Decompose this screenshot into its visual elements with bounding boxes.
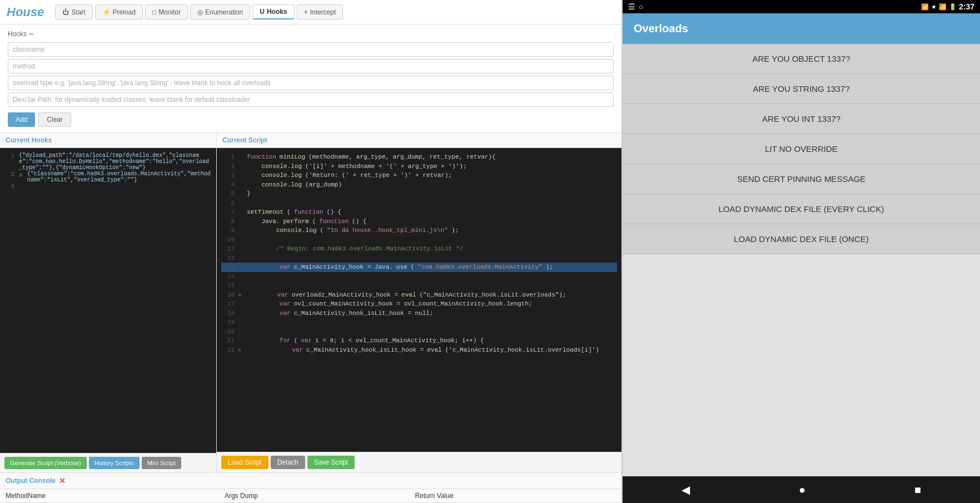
phone-status-bar: ☰ ○ 📶 ★ 📶 🔋 2:37 <box>623 0 980 13</box>
output-console-title: Output Console ✕ <box>0 473 621 489</box>
wifi-icon: 📶 <box>939 3 947 11</box>
tab-monitor[interactable]: □ Monitor <box>145 4 188 19</box>
tab-start[interactable]: ⏻ Start <box>55 4 92 19</box>
main-content: Current Hooks 1 {"dyload_path":"/data/lo… <box>0 133 621 472</box>
start-icon: ⏻ <box>62 8 69 16</box>
overload-item-2[interactable]: ARE YOU INT 1337? <box>623 104 980 134</box>
phone-header: Overloads <box>623 13 980 44</box>
preload-icon: ⚡ <box>102 8 111 16</box>
overload-item-1[interactable]: ARE YOU STRING 1337? <box>623 74 980 104</box>
add-button[interactable]: Add <box>8 112 35 127</box>
dexjar-input[interactable] <box>8 92 614 107</box>
script-line-10: 10 <box>221 235 617 245</box>
tab-intercept[interactable]: + Intercept <box>297 4 344 19</box>
current-script-title: Current Script <box>217 133 621 148</box>
hooks-section: Hooks ✏ Add Clear <box>0 24 621 133</box>
script-line-18: 18 var c_MainActivity_hook_isLit_hook = … <box>221 309 617 318</box>
overload-input[interactable] <box>8 76 614 90</box>
phone-panel: ☰ ○ 📶 ★ 📶 🔋 2:37 Overloads ARE YOU OBJEC… <box>623 0 980 503</box>
clear-button[interactable]: Clear <box>38 112 71 127</box>
hooks-action-buttons: Generate Script (Verbose) History Script… <box>0 453 216 472</box>
script-action-buttons: Load Script Detach Save Script <box>217 452 621 472</box>
col-return-value: Return Value <box>409 489 621 503</box>
close-console-icon[interactable]: ✕ <box>59 476 66 485</box>
top-nav: House ⏻ Start ⚡ Preload □ Monitor ◎ Enum… <box>0 0 621 24</box>
script-line-1: 1 function miniLog(methodname, arg_type,… <box>221 152 617 162</box>
output-console: Output Console ✕ MethodName Args Dump Re… <box>0 472 621 503</box>
script-line-12: 12 <box>221 254 617 263</box>
detach-button[interactable]: Detach <box>271 456 305 469</box>
script-line-17: 17 var ovl_count_MainActivity_hook = ovl… <box>221 299 617 309</box>
phone-app-title: Overloads <box>634 22 969 35</box>
enum-icon: ◎ <box>197 8 203 16</box>
menu-icon: ☰ <box>628 2 635 11</box>
hooks-icon: U <box>260 8 265 16</box>
battery-icon: 🔋 <box>949 3 957 11</box>
home-button[interactable]: ● <box>788 481 817 499</box>
hook-action-buttons: Add Clear <box>8 112 614 127</box>
script-line-20: 20 <box>221 327 617 337</box>
circle-icon: ○ <box>639 2 643 11</box>
phone-screen: Overloads ARE YOU OBJECT 1337? ARE YOU S… <box>623 13 980 476</box>
script-code-editor[interactable]: 1 function miniLog(methodname, arg_type,… <box>217 148 621 452</box>
phone-status-right: 📶 ★ 📶 🔋 2:37 <box>921 2 974 11</box>
col-method-name: MethodName <box>0 489 219 503</box>
current-hooks-title: Current Hooks <box>0 133 216 148</box>
signal-icon: ★ <box>931 3 937 11</box>
load-script-button[interactable]: Load Script <box>221 456 268 469</box>
hooks-line-3: 3 <box>4 183 212 190</box>
overload-item-5[interactable]: LOAD DYNAMIC DEX FILE (EVERY CLICK) <box>623 194 980 224</box>
overload-item-6[interactable]: LOAD DYNAMIC DEX FILE (ONCE) <box>623 224 980 254</box>
phone-status-left: ☰ ○ <box>628 2 643 11</box>
hooks-line-2: 2 ⚠ {"classname":"com.ha0k3.overloads.Ma… <box>4 171 212 183</box>
phone-nav-bar: ◀ ● ■ <box>623 476 980 503</box>
classname-input[interactable] <box>8 42 614 57</box>
script-line-19: 19 <box>221 318 617 327</box>
edit-icon[interactable]: ✏ <box>29 31 34 38</box>
script-line-14: 14 <box>221 272 617 282</box>
tab-preload[interactable]: ⚡ Preload <box>95 4 143 19</box>
nav-tabs: ⏻ Start ⚡ Preload □ Monitor ◎ Enumeratio… <box>55 4 343 19</box>
time-display: 2:37 <box>959 2 974 11</box>
intercept-icon: + <box>304 8 308 16</box>
tab-enumeration[interactable]: ◎ Enumeration <box>190 4 250 19</box>
back-button[interactable]: ◀ <box>670 481 701 499</box>
script-line-3: 3 console.log('Return: (' + ret_type + '… <box>221 171 617 180</box>
script-line-7: 7 setTimeout(function() { <box>221 208 617 217</box>
generate-script-button[interactable]: Generate Script (Verbose) <box>4 457 87 469</box>
hooks-line-1: 1 {"dyload_path":"/data/local/tmp/dyhell… <box>4 152 212 171</box>
overload-item-4[interactable]: SEND CERT PINNING MESSAGE <box>623 164 980 194</box>
current-hooks-panel: Current Hooks 1 {"dyload_path":"/data/lo… <box>0 133 217 472</box>
overload-list: ARE YOU OBJECT 1337? ARE YOU STRING 1337… <box>623 44 980 476</box>
method-input[interactable] <box>8 59 614 73</box>
console-table-header: MethodName Args Dump Return Value <box>0 489 621 503</box>
script-line-6: 6 <box>221 199 617 208</box>
bluetooth-icon: 📶 <box>921 3 929 11</box>
script-line-8: 8 Java.perform(function() { <box>221 217 617 226</box>
script-line-16: 16⚠ var overloadz_MainActivity_hook = ev… <box>221 290 617 300</box>
output-console-table: MethodName Args Dump Return Value <box>0 489 621 503</box>
tab-hooks[interactable]: U Hooks <box>252 4 294 19</box>
script-line-9: 9 console.log("In da house..hook_tpl_min… <box>221 226 617 235</box>
hooks-code-editor[interactable]: 1 {"dyload_path":"/data/local/tmp/dyhell… <box>0 148 216 453</box>
left-panel: House ⏻ Start ⚡ Preload □ Monitor ◎ Enum… <box>0 0 623 503</box>
mini-script-button[interactable]: Mini Script <box>142 457 181 469</box>
script-line-11: 11 /* Begin: com.ha0k3.overloads.MainAct… <box>221 244 617 254</box>
script-line-5: 5 } <box>221 189 617 199</box>
script-line-21: 21 for (var i = 0; i < ovl_count_MainAct… <box>221 336 617 346</box>
history-scripts-button[interactable]: History Scripts <box>89 457 140 469</box>
script-line-13: 13 var c_MainActivity_hook = Java.use("c… <box>221 263 617 272</box>
recents-button[interactable]: ■ <box>903 481 932 499</box>
script-line-2: 2 console.log('[i]' + methodname + '(' +… <box>221 162 617 171</box>
save-script-button[interactable]: Save Script <box>307 456 355 469</box>
monitor-icon: □ <box>152 8 156 16</box>
app-title: House <box>7 5 44 19</box>
overload-item-3[interactable]: LIT NO OVERRIDE <box>623 134 980 164</box>
script-line-22: 22⚠ var c_MainActivity_hook_isLit_hook =… <box>221 346 617 355</box>
overload-item-0[interactable]: ARE YOU OBJECT 1337? <box>623 44 980 74</box>
col-args-dump: Args Dump <box>219 489 410 503</box>
script-line-15: 15 <box>221 281 617 290</box>
current-script-panel: Current Script 1 function miniLog(method… <box>217 133 621 472</box>
script-line-4: 4 console.log(arg_dump) <box>221 180 617 190</box>
hooks-section-title: Hooks ✏ <box>8 30 614 38</box>
